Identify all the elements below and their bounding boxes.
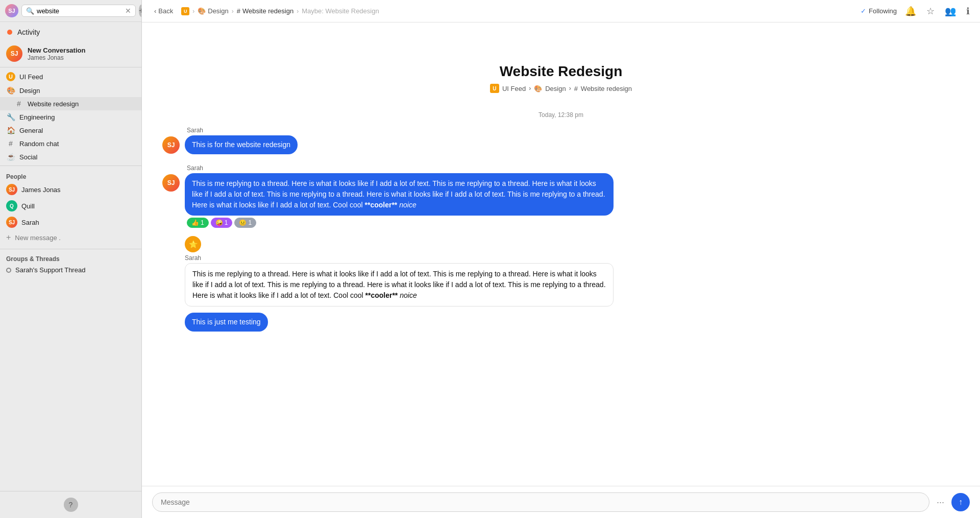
activity-dot: [7, 30, 12, 35]
sidebar-item-engineering[interactable]: 🔧 Engineering: [0, 110, 141, 124]
info-button[interactable]: ℹ: [964, 4, 972, 19]
sidebar-search: SJ 🔍 website ✕ +: [0, 0, 141, 22]
sidebar-item-general[interactable]: 🏠 General: [0, 124, 141, 137]
breadcrumb-u-feed[interactable]: U: [181, 7, 189, 15]
message-input-wrap: [152, 492, 929, 512]
person-james-jonas[interactable]: SJ James Jonas: [0, 181, 141, 198]
channel-title: Website Redesign: [162, 63, 960, 80]
nav-section: U UI Feed 🎨 Design # Website redesign 🔧 …: [0, 69, 141, 163]
breadcrumb-sep-3: ›: [297, 8, 299, 15]
sidebar-item-design[interactable]: 🎨 Design: [0, 84, 141, 97]
new-message-item[interactable]: + New message .: [0, 230, 141, 245]
people-section: People SJ James Jonas Q Quill SJ Sarah +…: [0, 168, 141, 247]
divider-3: [0, 249, 141, 249]
message-bubble-2: This is me replying to a thread. Here is…: [185, 173, 614, 216]
activity-section: Activity: [0, 22, 141, 42]
sidebar-item-label: Engineering: [19, 113, 55, 121]
send-icon: ↑: [959, 498, 963, 507]
design-breadcrumb-icon: 🎨: [198, 7, 206, 15]
sarah-msg-avatar-1: SJ: [162, 136, 180, 154]
sidebar-item-label: Social: [19, 153, 37, 161]
divider-2: [0, 166, 141, 166]
person-label: Quill: [21, 202, 35, 210]
back-chevron-icon: ‹: [154, 7, 156, 15]
sidebar-item-label: Random chat: [19, 140, 59, 148]
message-author-2: Sarah: [162, 164, 960, 172]
cb-sep-1: ›: [529, 85, 531, 92]
notifications-button[interactable]: 🔔: [903, 4, 918, 19]
breadcrumb-sep-1: ›: [192, 8, 194, 15]
sarah-thread-bubble: This is me replying to a thread. Here is…: [185, 263, 614, 307]
sidebar-bottom: ?: [0, 491, 141, 518]
search-box: 🔍 website ✕: [21, 5, 136, 17]
thread-sarahs-support[interactable]: Sarah's Support Thread: [0, 264, 141, 276]
channel-header: Website Redesign U UI Feed › 🎨 Design › …: [162, 33, 960, 103]
thread-label: Sarah's Support Thread: [15, 266, 85, 274]
breadcrumb-design[interactable]: 🎨 Design: [198, 7, 228, 15]
activity-item[interactable]: Activity: [0, 24, 141, 40]
general-icon: 🏠: [6, 126, 15, 134]
sidebar: SJ 🔍 website ✕ + Activity SJ New Convers…: [0, 0, 142, 518]
hash-breadcrumb-icon: #: [237, 7, 240, 15]
search-icon: 🔍: [26, 7, 34, 15]
sidebar-item-social[interactable]: ☕ Social: [0, 150, 141, 163]
message-bubble-1: This is for the website redesign: [185, 135, 298, 154]
main-area: ‹ Back U › 🎨 Design › # Website redesign…: [142, 0, 980, 518]
hash-icon: #: [14, 100, 23, 108]
thread-dot: [6, 268, 11, 273]
star-button[interactable]: ☆: [924, 4, 937, 19]
new-conv-text: New Conversation James Jonas: [28, 46, 85, 61]
sidebar-item-label: Design: [19, 87, 40, 95]
sarah-msg-avatar-2: SJ: [162, 174, 180, 192]
neutral-emoji: 😐: [239, 219, 247, 226]
sidebar-item-website-redesign[interactable]: # Website redesign: [0, 97, 141, 110]
message-group-1: Sarah SJ This is for the website redesig…: [162, 127, 960, 156]
person-quill[interactable]: Q Quill: [0, 198, 141, 214]
channel-breadcrumb: U UI Feed › 🎨 Design › # Website redesig…: [162, 84, 960, 93]
people-button[interactable]: 👥: [943, 4, 958, 19]
message-row-2: SJ This is me replying to a thread. Here…: [162, 173, 960, 216]
hash-cb-icon: #: [574, 85, 578, 92]
clear-search-icon[interactable]: ✕: [125, 7, 131, 15]
sarah-thread-group: Sarah This is me replying to a thread. H…: [185, 254, 960, 307]
reaction-count: 1: [201, 219, 204, 226]
send-button[interactable]: ↑: [951, 493, 970, 511]
sidebar-item-random-chat[interactable]: # Random chat: [0, 137, 141, 150]
topbar-actions: ✓ Following 🔔 ☆ 👥 ℹ: [861, 4, 972, 19]
more-options-button[interactable]: ···: [935, 495, 946, 510]
back-button[interactable]: ‹ Back: [150, 5, 177, 17]
groups-section: Groups & Threads Sarah's Support Thread: [0, 251, 141, 276]
design-icon: 🎨: [6, 86, 15, 95]
topbar: ‹ Back U › 🎨 Design › # Website redesign…: [142, 0, 980, 22]
person-label: Sarah: [21, 219, 39, 226]
sidebar-item-label: General: [19, 127, 43, 134]
reaction-thumbsup[interactable]: 👍 1: [187, 218, 209, 228]
new-conv-sub: James Jonas: [28, 54, 85, 61]
thread-bubble-avatar: ⭐: [185, 236, 201, 252]
person-sarah[interactable]: SJ Sarah: [0, 214, 141, 230]
new-conversation-item[interactable]: SJ New Conversation James Jonas: [0, 42, 141, 65]
testing-message-group: This is just me testing: [185, 313, 960, 332]
person-label: James Jonas: [21, 186, 61, 194]
activity-label: Activity: [17, 28, 40, 36]
chat-area: Website Redesign U UI Feed › 🎨 Design › …: [142, 22, 980, 486]
sidebar-item-ui-feed[interactable]: U UI Feed: [0, 69, 141, 84]
reaction-funny[interactable]: 🤪 1: [211, 218, 233, 228]
message-group-2: Sarah SJ This is me replying to a thread…: [162, 164, 960, 228]
sidebar-item-label: Website redesign: [28, 100, 79, 108]
search-input[interactable]: website: [37, 7, 122, 15]
people-header: People: [0, 170, 141, 181]
help-button[interactable]: ?: [64, 498, 78, 512]
thumbsup-emoji: 👍: [191, 219, 199, 226]
sarah-thread-author: Sarah: [185, 254, 960, 262]
user-avatar[interactable]: SJ: [5, 4, 18, 17]
breadcrumb-website-redesign[interactable]: # Website redesign: [237, 7, 293, 15]
reaction-count: 1: [248, 219, 252, 226]
plus-icon: +: [6, 233, 11, 242]
message-input[interactable]: [161, 498, 921, 506]
reaction-neutral[interactable]: 😐 1: [234, 218, 256, 228]
new-conv-avatar: SJ: [6, 45, 22, 62]
funny-emoji: 🤪: [215, 219, 223, 226]
following-button[interactable]: ✓ Following: [861, 7, 897, 15]
divider-1: [0, 67, 141, 67]
